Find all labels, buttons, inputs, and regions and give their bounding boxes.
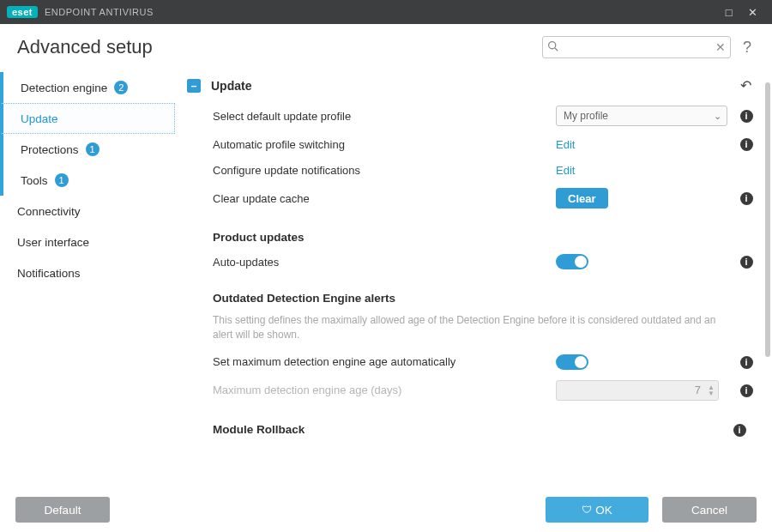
section-head-update: – Update ↶ [184, 70, 763, 100]
subhead-label: Module Rollback [213, 423, 729, 436]
sidebar-badge: 1 [55, 173, 69, 187]
sidebar-item-label: User interface [17, 236, 89, 249]
sidebar-item-protections[interactable]: Protections 1 [0, 134, 180, 165]
sidebar-badge: 1 [86, 142, 100, 156]
row-label: Maximum detection engine age (days) [213, 384, 556, 396]
footer: Default 🛡 OK Cancel [0, 487, 772, 532]
info-icon[interactable]: i [740, 110, 753, 123]
window-close-icon[interactable]: ✕ [741, 6, 765, 19]
titlebar: eset ENDPOINT ANTIVIRUS □ ✕ [0, 0, 772, 24]
row-select-profile: Select default update profile My profile… [184, 100, 763, 131]
clear-button[interactable]: Clear [556, 188, 608, 209]
sidebar-item-update[interactable]: Update [0, 103, 175, 134]
search-box[interactable]: ✕ [542, 36, 731, 58]
undo-icon[interactable]: ↶ [740, 77, 751, 94]
sidebar-item-connectivity[interactable]: Connectivity [0, 196, 180, 227]
sidebar-badge: 2 [114, 81, 128, 94]
subhead-rollback: Module Rollback i [184, 406, 763, 442]
info-icon[interactable]: i [740, 138, 753, 151]
subhead-outdated: Outdated Detection Engine alerts [184, 275, 763, 310]
sidebar: Detection engine 2 Update Protections 1 … [0, 65, 180, 481]
edit-link-notifications[interactable]: Edit [556, 164, 575, 177]
info-icon[interactable]: i [740, 256, 753, 269]
collapse-icon[interactable]: – [187, 79, 201, 93]
ok-button[interactable]: 🛡 OK [546, 497, 648, 523]
sidebar-item-user-interface[interactable]: User interface [0, 227, 180, 257]
content-panel: – Update ↶ Select default update profile… [180, 65, 772, 481]
header: Advanced setup ✕ ? [0, 24, 772, 65]
cancel-button[interactable]: Cancel [662, 497, 757, 523]
shield-icon: 🛡 [582, 504, 592, 516]
window-maximize-icon[interactable]: □ [717, 6, 741, 19]
info-icon[interactable]: i [740, 384, 753, 397]
scroll-thumb[interactable] [765, 82, 770, 357]
row-label: Select default update profile [213, 110, 556, 123]
info-icon[interactable]: i [740, 356, 753, 369]
row-label: Automatic profile switching [213, 138, 556, 151]
info-icon[interactable]: i [740, 192, 753, 205]
stepper-arrows-icon: ▲▼ [708, 384, 715, 396]
scrollbar[interactable] [765, 82, 770, 482]
search-input[interactable] [542, 36, 731, 58]
info-icon[interactable]: i [733, 424, 746, 437]
row-set-max-auto: Set maximum detection engine age automat… [184, 349, 763, 375]
row-label: Set maximum detection engine age automat… [213, 355, 556, 368]
sidebar-item-notifications[interactable]: Notifications [0, 257, 180, 288]
max-age-auto-toggle[interactable] [556, 354, 588, 370]
row-notifications: Configure update notifications Edit [184, 157, 763, 183]
page-title: Advanced setup [17, 36, 542, 58]
sidebar-item-label: Update [21, 112, 58, 125]
sidebar-item-label: Notifications [17, 267, 81, 280]
default-button[interactable]: Default [15, 497, 110, 523]
edit-link-auto-switch[interactable]: Edit [556, 138, 575, 151]
row-clear-cache: Clear update cache Clear i [184, 183, 763, 214]
row-auto-updates: Auto-updates i [184, 249, 763, 275]
max-age-days-stepper: 7 ▲▼ [556, 380, 719, 401]
ok-label: OK [595, 504, 612, 517]
auto-updates-toggle[interactable] [556, 254, 588, 269]
select-value: My profile [564, 110, 608, 122]
subhead-product-updates: Product updates [184, 214, 763, 249]
chevron-down-icon: ⌄ [714, 111, 721, 122]
sidebar-item-label: Tools [21, 174, 48, 187]
brand-badge: eset [7, 6, 38, 18]
row-auto-switch: Automatic profile switching Edit i [184, 131, 763, 157]
sidebar-item-detection-engine[interactable]: Detection engine 2 [0, 72, 180, 103]
section-title: Update [211, 79, 740, 93]
row-label: Auto-updates [213, 256, 556, 269]
clear-search-icon[interactable]: ✕ [715, 40, 726, 54]
row-max-age-days: Maximum detection engine age (days) 7 ▲▼… [184, 375, 763, 406]
help-icon[interactable]: ? [743, 39, 751, 57]
sidebar-item-tools[interactable]: Tools 1 [0, 165, 180, 196]
row-label: Configure update notifications [213, 164, 556, 177]
outdated-note: This setting defines the maximally allow… [184, 310, 763, 349]
profile-select[interactable]: My profile ⌄ [556, 106, 727, 126]
sidebar-item-label: Protections [21, 143, 79, 156]
sidebar-item-label: Detection engine [21, 82, 107, 94]
sidebar-item-label: Connectivity [17, 205, 81, 218]
row-label: Clear update cache [213, 192, 556, 205]
stepper-value: 7 [695, 384, 701, 396]
product-name: ENDPOINT ANTIVIRUS [45, 7, 154, 17]
